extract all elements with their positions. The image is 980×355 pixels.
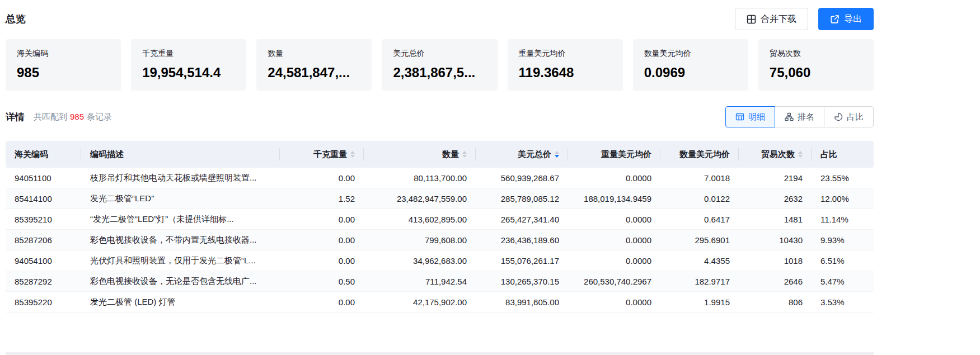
card-label: 贸易次数 <box>770 49 862 59</box>
sort-down-caret <box>462 155 467 158</box>
card-label: 数量 <box>268 49 360 59</box>
cell-weight-usd-avg: 0.0000 <box>568 250 660 271</box>
col-label: 编码描述 <box>90 149 124 160</box>
top-actions: 合并下载 导出 <box>735 8 874 30</box>
merge-download-label: 合并下载 <box>761 13 796 25</box>
cell-quantity: 42,175,902.00 <box>364 292 476 313</box>
card-label: 美元总价 <box>393 49 486 59</box>
card-value: 119.3648 <box>519 65 612 81</box>
table-row: 94051100 枝形吊灯和其他电动天花板或墙壁照明装置... 0.00 80,… <box>6 168 874 188</box>
col-header-quantity[interactable]: 数量 <box>364 141 476 168</box>
cell-proportion: 5.47% <box>812 271 874 292</box>
col-label: 占比 <box>820 149 837 160</box>
page: 总览 合并下载 导出 <box>0 0 874 355</box>
match-suffix: 条记录 <box>87 112 112 121</box>
cell-weight-usd-avg: 0.0000 <box>568 292 660 313</box>
cell-weight-usd-avg: 0.0000 <box>568 168 660 188</box>
table-row: 85287206 彩色电视接收设备，不带内置无线电接收器... 0.00 799… <box>6 230 874 250</box>
top-bar: 总览 合并下载 导出 <box>6 0 874 30</box>
export-button[interactable]: 导出 <box>818 8 874 30</box>
table-row: 85287292 彩色电视接收设备，无论是否包含无线电广... 0.50 711… <box>6 271 874 292</box>
card-value: 2,381,867,5... <box>393 65 486 81</box>
tab-label: 排名 <box>798 112 814 122</box>
cell-customs-code: 85287206 <box>6 230 81 250</box>
cell-trade-count: 1481 <box>739 209 812 230</box>
horizontal-scrollbar[interactable] <box>6 352 874 355</box>
summary-card-quantity: 数量 24,581,847,... <box>256 39 372 91</box>
tab-detail[interactable]: 明细 <box>725 106 775 127</box>
merge-download-button[interactable]: 合并下载 <box>735 8 808 30</box>
export-icon <box>830 15 840 24</box>
merge-download-icon <box>747 15 756 24</box>
card-label: 海关编码 <box>17 49 110 59</box>
summary-card-quantity-usd-avg: 数量美元均价 0.0969 <box>633 39 748 91</box>
card-value: 0.0969 <box>644 65 737 81</box>
cell-quantity-usd-avg: 7.0018 <box>660 168 739 188</box>
cell-weight-usd-avg: 188,019,134.9459 <box>568 188 660 209</box>
cell-usd-total: 155,076,261.17 <box>476 250 568 271</box>
col-label: 美元总价 <box>518 149 551 160</box>
card-value: 75,060 <box>770 65 862 81</box>
col-header-usd-total[interactable]: 美元总价 <box>476 141 568 168</box>
col-header-trade-count[interactable]: 贸易次数 <box>739 141 812 168</box>
cell-proportion: 6.51% <box>812 250 874 271</box>
table-row: 85395210 “发光二极管“LED”灯”（未提供详细标... 0.00 41… <box>6 209 874 230</box>
view-tabs: 明细 排名 占比 <box>725 106 874 127</box>
cell-customs-code: 85414100 <box>6 188 81 209</box>
sort-icon[interactable] <box>555 151 559 158</box>
sort-up-caret <box>350 151 355 154</box>
summary-card-trade-count: 贸易次数 75,060 <box>758 39 874 91</box>
cell-quantity-usd-avg: 4.4355 <box>660 250 739 271</box>
card-value: 24,581,847,... <box>268 65 360 81</box>
cell-description: 彩色电视接收设备，不带内置无线电接收器... <box>81 230 280 250</box>
col-header-description: 编码描述 <box>81 141 280 168</box>
card-label: 重量美元均价 <box>519 49 612 59</box>
col-header-kg-weight[interactable]: 千克重量 <box>280 141 364 168</box>
sort-icon[interactable] <box>462 151 467 158</box>
col-header-quantity-usd-avg: 数量美元均价 <box>660 141 739 168</box>
cell-description: “发光二极管“LED”灯”（未提供详细标... <box>81 209 280 230</box>
cell-proportion: 12.00% <box>812 188 874 209</box>
col-label: 海关编码 <box>15 149 48 160</box>
sort-down-caret <box>798 155 803 158</box>
sort-up-caret <box>798 151 803 154</box>
cell-quantity-usd-avg: 0.0122 <box>660 188 739 209</box>
tab-proportion[interactable]: 占比 <box>824 106 874 127</box>
table-icon <box>735 112 744 121</box>
sort-down-caret <box>350 155 355 158</box>
sort-up-caret <box>555 151 559 154</box>
cell-customs-code: 94051100 <box>6 168 81 188</box>
cell-kg-weight: 0.00 <box>280 168 364 188</box>
cell-kg-weight: 0.00 <box>280 230 364 250</box>
col-label: 重量美元均价 <box>601 149 651 160</box>
sort-icon[interactable] <box>798 151 803 158</box>
card-value: 19,954,514.4 <box>142 65 235 81</box>
cell-quantity-usd-avg: 0.6417 <box>660 209 739 230</box>
col-header-weight-usd-avg: 重量美元均价 <box>568 141 660 168</box>
match-count: 985 <box>70 112 84 121</box>
cell-weight-usd-avg: 0.0000 <box>568 230 660 250</box>
sort-icon[interactable] <box>350 151 355 158</box>
cell-customs-code: 85395220 <box>6 292 81 313</box>
table-row: 94054100 光伏灯具和照明装置，仅用于发光二极管“L... 0.00 34… <box>6 250 874 271</box>
cell-proportion: 9.93% <box>812 230 874 250</box>
cell-customs-code: 85395210 <box>6 209 81 230</box>
cell-quantity-usd-avg: 182.9717 <box>660 271 739 292</box>
summary-cards: 海关编码 985 千克重量 19,954,514.4 数量 24,581,847… <box>6 39 874 91</box>
tab-ranking[interactable]: 排名 <box>775 106 824 127</box>
details-bar: 详情 共匹配到985条记录 明细 <box>6 106 874 127</box>
card-label: 数量美元均价 <box>644 49 737 59</box>
cell-description: 光伏灯具和照明装置，仅用于发光二极管“L... <box>81 250 280 271</box>
cell-quantity: 80,113,700.00 <box>364 168 476 188</box>
cell-usd-total: 236,436,189.60 <box>476 230 568 250</box>
records-table: 海关编码 编码描述 千克重量 数量 美元总价 重量美元均价 数量 <box>6 141 874 313</box>
summary-card-usd-total: 美元总价 2,381,867,5... <box>382 39 497 91</box>
cell-customs-code: 94054100 <box>6 250 81 271</box>
cell-kg-weight: 0.00 <box>280 292 364 313</box>
cell-trade-count: 2194 <box>739 168 812 188</box>
col-label: 千克重量 <box>313 149 347 160</box>
pie-icon <box>834 112 843 121</box>
cell-quantity-usd-avg: 295.6901 <box>660 230 739 250</box>
summary-card-kg-weight: 千克重量 19,954,514.4 <box>131 39 246 91</box>
cell-customs-code: 85287292 <box>6 271 81 292</box>
